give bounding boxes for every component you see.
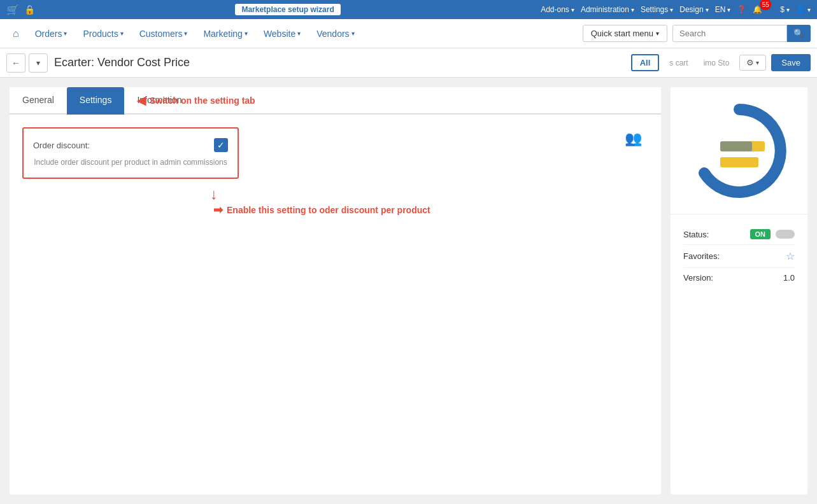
- arrow-down-icon: ↓: [210, 185, 218, 203]
- addons-menu[interactable]: Add-ons ▾: [541, 5, 574, 14]
- setting-box: Order discount: ✓ Include order discount…: [22, 127, 239, 179]
- annotation-arrow-area: ↓: [22, 185, 648, 203]
- home-icon: ⌂: [13, 28, 19, 39]
- orders-label: Orders: [35, 29, 62, 39]
- currency-label: $: [780, 5, 785, 14]
- status-label: Status:: [683, 230, 709, 239]
- search-button[interactable]: 🔍: [787, 25, 811, 42]
- tab-cart-label: s cart: [664, 56, 693, 70]
- customers-caret: ▾: [184, 30, 187, 37]
- status-row: Status: ON: [683, 224, 795, 245]
- vendors-caret: ▾: [352, 30, 355, 37]
- favorites-label: Favorites:: [683, 251, 720, 261]
- settings-gear-button[interactable]: ⚙ ▾: [739, 55, 766, 71]
- annotation-arrow-left: ◀: [137, 94, 146, 108]
- annotation-text: Enable this setting to oder discount per…: [227, 205, 430, 215]
- top-bar: 🛒 🔒 Marketplace setup wizard Add-ons ▾ A…: [0, 0, 817, 19]
- design-caret: ▾: [706, 6, 709, 13]
- products-caret: ▾: [120, 30, 124, 37]
- order-discount-checkbox[interactable]: ✓: [214, 138, 228, 152]
- administration-menu[interactable]: Administration ▾: [581, 5, 634, 14]
- page-title: Ecarter: Vendor Cost Price: [54, 56, 190, 69]
- setting-description: Include order discount per product in ad…: [33, 157, 228, 168]
- currency-menu[interactable]: $ ▾: [780, 5, 790, 14]
- breadcrumb-right: All s cart imo Sto ⚙ ▾ Save: [631, 54, 811, 71]
- back-button[interactable]: ←: [6, 53, 25, 73]
- nav-right: Quick start menu ▾ 🔍: [583, 25, 811, 42]
- notification-badge: 55: [760, 0, 771, 10]
- search-input[interactable]: [672, 25, 787, 42]
- tab-content: 👥 Order discount: ✓ Include order discou…: [10, 115, 661, 230]
- status-area: Status: ON Favorites: ☆ Version: 1.0: [671, 214, 807, 297]
- breadcrumb-dropdown-button[interactable]: ▾: [29, 53, 48, 73]
- notification-bell[interactable]: 🔔 55: [753, 4, 774, 15]
- version-label: Version:: [683, 273, 713, 283]
- nav-vendors[interactable]: Vendors ▾: [310, 25, 360, 43]
- svg-rect-2: [720, 141, 752, 151]
- tab-settings[interactable]: Settings: [67, 87, 125, 115]
- user-icon: 👤: [796, 5, 806, 14]
- help-icon[interactable]: ❓: [737, 5, 746, 14]
- nav-bar: ⌂ Orders ▾ Products ▾ Customers ▾ Market…: [0, 19, 817, 48]
- orders-caret: ▾: [64, 30, 67, 37]
- favorites-row: Favorites: ☆: [683, 245, 795, 268]
- save-button[interactable]: Save: [771, 54, 811, 71]
- main-content: General Settings Information ◀ Switch on…: [0, 78, 817, 504]
- design-menu[interactable]: Design ▾: [679, 5, 708, 14]
- top-bar-left: 🛒 🔒: [6, 4, 35, 16]
- language-menu[interactable]: EN ▾: [715, 5, 731, 14]
- back-icon: ←: [11, 58, 20, 68]
- top-bar-right: Add-ons ▾ Administration ▾ Settings ▾ De…: [541, 4, 811, 15]
- gear-icon: ⚙: [746, 58, 754, 67]
- annotation-tab: ◀ Switch on the setting tab: [137, 94, 255, 108]
- version-value: 1.0: [783, 273, 795, 283]
- nav-products[interactable]: Products ▾: [76, 25, 129, 43]
- customers-label: Customers: [139, 29, 183, 39]
- gear-caret: ▾: [756, 59, 759, 66]
- administration-label: Administration: [581, 5, 629, 14]
- addons-label: Add-ons: [541, 5, 569, 14]
- nav-orders[interactable]: Orders ▾: [29, 25, 74, 43]
- nav-marketing[interactable]: Marketing ▾: [197, 25, 253, 43]
- administration-caret: ▾: [631, 6, 634, 13]
- settings-caret: ▾: [670, 6, 673, 13]
- marketing-caret: ▾: [245, 30, 248, 37]
- favorite-star-icon[interactable]: ☆: [786, 250, 795, 262]
- left-panel: General Settings Information ◀ Switch on…: [10, 87, 661, 494]
- nav-website[interactable]: Website ▾: [257, 25, 307, 43]
- user-menu[interactable]: 👤 ▾: [796, 5, 811, 14]
- design-label: Design: [679, 5, 703, 14]
- setting-row: Order discount: ✓: [33, 138, 228, 152]
- annotation-arrow-graphic: ↓: [210, 185, 218, 203]
- addons-caret: ▾: [571, 6, 574, 13]
- svg-rect-1: [720, 157, 758, 167]
- quick-start-button[interactable]: Quick start menu ▾: [583, 25, 667, 42]
- quick-start-caret: ▾: [656, 30, 659, 37]
- arrow-right-icon: ➡: [213, 203, 223, 217]
- tab-bar: General Settings Information ◀ Switch on…: [10, 87, 661, 115]
- settings-menu[interactable]: Settings ▾: [641, 5, 673, 14]
- nav-home[interactable]: ⌂: [6, 24, 25, 43]
- marketplace-wizard-button[interactable]: Marketplace setup wizard: [235, 4, 340, 15]
- marketing-label: Marketing: [203, 29, 242, 39]
- quick-start-label: Quick start menu: [591, 29, 653, 38]
- website-caret: ▾: [297, 30, 301, 37]
- products-label: Products: [83, 29, 118, 39]
- nav-customers[interactable]: Customers ▾: [133, 25, 194, 43]
- cart-icon: 🛒: [6, 4, 19, 16]
- language-label: EN: [715, 5, 726, 14]
- status-toggle[interactable]: ON: [750, 229, 795, 239]
- logo-area: [671, 87, 807, 214]
- website-label: Website: [264, 29, 295, 39]
- tab-all-button[interactable]: All: [631, 54, 660, 71]
- annotation-tab-text: Switch on the setting tab: [150, 95, 255, 106]
- tab-general[interactable]: General: [10, 87, 67, 115]
- status-on-badge: ON: [750, 229, 771, 239]
- dropdown-icon: ▾: [36, 59, 40, 67]
- search-wrapper: 🔍: [672, 25, 811, 42]
- search-icon: 🔍: [793, 29, 804, 38]
- addon-logo: [692, 103, 787, 199]
- order-discount-label: Order discount:: [33, 141, 90, 150]
- nav-left: ⌂ Orders ▾ Products ▾ Customers ▾ Market…: [6, 24, 361, 43]
- tab-demo-label: imo Sto: [699, 56, 735, 70]
